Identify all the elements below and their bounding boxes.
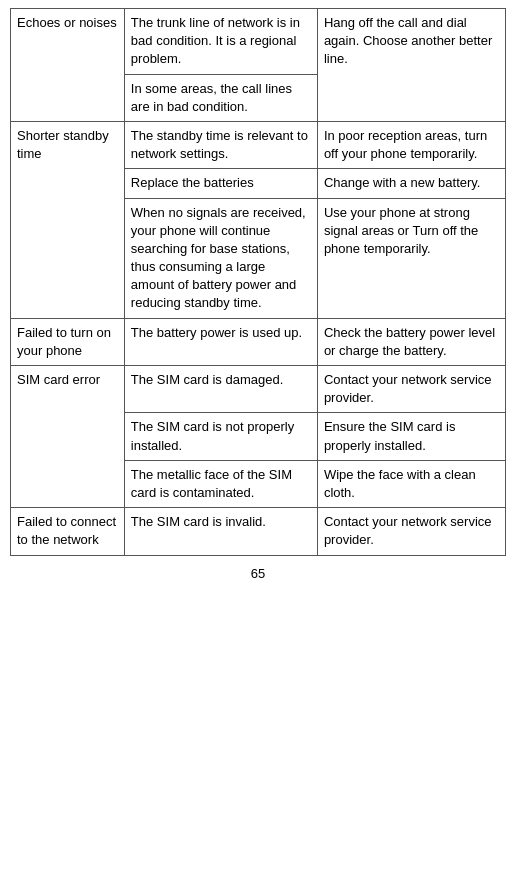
- page-wrapper: Echoes or noisesThe trunk line of networ…: [0, 0, 516, 601]
- solution-cell: Hang off the call and dial again. Choose…: [317, 9, 505, 122]
- cause-cell: When no signals are received, your phone…: [124, 198, 317, 318]
- table-row: Failed to turn on your phoneThe battery …: [11, 318, 506, 365]
- solution-cell: Use your phone at strong signal areas or…: [317, 198, 505, 318]
- solution-cell: Ensure the SIM card is properly installe…: [317, 413, 505, 460]
- cause-cell: The SIM card is invalid.: [124, 508, 317, 555]
- troubleshooting-table: Echoes or noisesThe trunk line of networ…: [10, 8, 506, 556]
- cause-cell: The battery power is used up.: [124, 318, 317, 365]
- solution-cell: Check the battery power level or charge …: [317, 318, 505, 365]
- table-row: SIM card errorThe SIM card is damaged.Co…: [11, 366, 506, 413]
- issue-cell: Echoes or noises: [11, 9, 125, 122]
- solution-cell: Contact your network service provider.: [317, 366, 505, 413]
- issue-cell: SIM card error: [11, 366, 125, 508]
- solution-cell: Change with a new battery.: [317, 169, 505, 198]
- cause-cell: The metallic face of the SIM card is con…: [124, 460, 317, 507]
- table-row: Failed to connect to the networkThe SIM …: [11, 508, 506, 555]
- solution-cell: Wipe the face with a clean cloth.: [317, 460, 505, 507]
- cause-cell: In some areas, the call lines are in bad…: [124, 74, 317, 121]
- solution-cell: Contact your network service provider.: [317, 508, 505, 555]
- page-number: 65: [10, 566, 506, 581]
- issue-cell: Failed to connect to the network: [11, 508, 125, 555]
- issue-cell: Failed to turn on your phone: [11, 318, 125, 365]
- cause-cell: Replace the batteries: [124, 169, 317, 198]
- issue-cell: Shorter standby time: [11, 121, 125, 318]
- table-row: Shorter standby timeThe standby time is …: [11, 121, 506, 168]
- solution-cell: In poor reception areas, turn off your p…: [317, 121, 505, 168]
- cause-cell: The SIM card is damaged.: [124, 366, 317, 413]
- cause-cell: The standby time is relevant to network …: [124, 121, 317, 168]
- cause-cell: The trunk line of network is in bad cond…: [124, 9, 317, 75]
- cause-cell: The SIM card is not properly installed.: [124, 413, 317, 460]
- table-row: Echoes or noisesThe trunk line of networ…: [11, 9, 506, 75]
